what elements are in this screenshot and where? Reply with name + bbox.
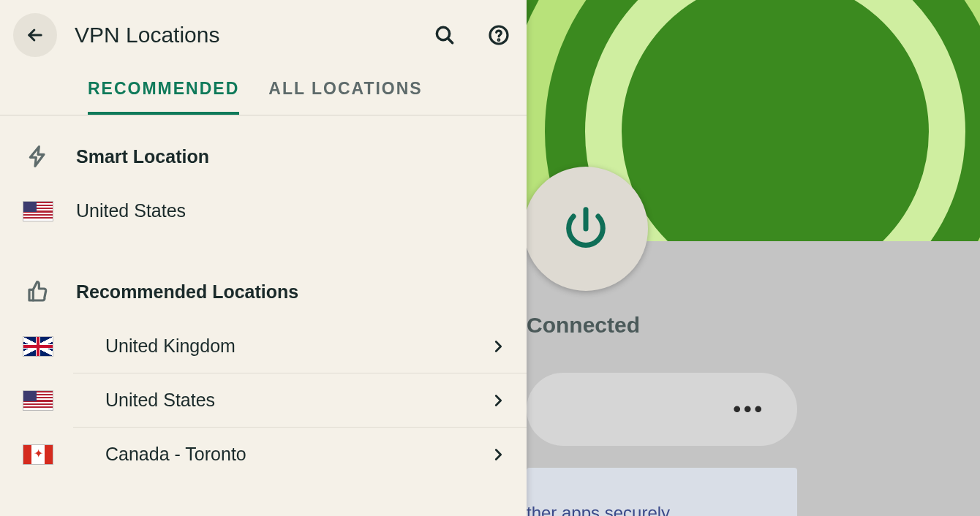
smart-location-header: Smart Location <box>0 129 527 184</box>
section-label: Recommended Locations <box>76 281 506 303</box>
flag-uk-icon <box>23 336 53 357</box>
location-label: United Kingdom <box>105 335 468 357</box>
tab-recommended[interactable]: RECOMMENDED <box>88 79 239 115</box>
current-location-pill[interactable]: ••• <box>527 373 797 446</box>
flag-ca-icon: ✦ <box>23 444 53 465</box>
connect-power-button[interactable] <box>524 167 648 291</box>
chevron-right-icon <box>490 338 506 354</box>
power-icon <box>560 203 611 254</box>
location-item-us[interactable]: United States <box>73 373 527 428</box>
thumbs-up-icon <box>26 280 50 303</box>
chevron-right-icon <box>490 447 506 463</box>
location-label: Canada - Toronto <box>105 444 468 465</box>
panel-header: VPN Locations <box>0 0 527 64</box>
tabs: RECOMMENDED ALL LOCATIONS <box>0 64 527 115</box>
help-icon[interactable] <box>487 23 510 47</box>
connection-status: Connected <box>527 313 640 338</box>
location-label: United States <box>105 390 468 411</box>
recommended-header: Recommended Locations <box>0 264 527 319</box>
chevron-right-icon <box>490 392 506 409</box>
more-icon[interactable]: ••• <box>733 397 765 422</box>
search-icon[interactable] <box>433 23 456 47</box>
smart-location-item[interactable]: United States <box>0 184 527 238</box>
panel-title: VPN Locations <box>75 23 402 48</box>
location-item-uk[interactable]: United Kingdom <box>73 319 527 373</box>
section-label: Smart Location <box>76 146 506 167</box>
locations-list: Smart Location United States Recommended… <box>0 115 527 516</box>
lightning-icon <box>26 145 50 168</box>
back-button[interactable] <box>13 13 57 57</box>
flag-us-icon <box>23 201 53 221</box>
hint-text: ther apps securely. <box>527 503 674 516</box>
svg-point-2 <box>498 39 500 41</box>
arrow-left-icon <box>25 25 45 45</box>
location-item-ca-toronto[interactable]: ✦ Canada - Toronto <box>73 428 527 481</box>
tab-all-locations[interactable]: ALL LOCATIONS <box>268 79 422 115</box>
locations-panel: VPN Locations RECOMMENDED ALL LOCATIONS … <box>0 0 527 516</box>
flag-us-icon <box>23 390 53 411</box>
location-label: United States <box>76 200 506 221</box>
